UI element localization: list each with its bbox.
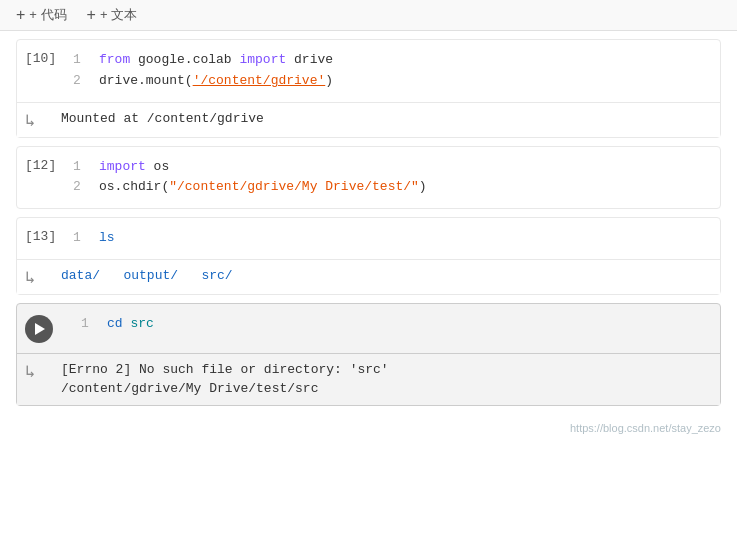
keyword-import: import (99, 159, 146, 174)
cell-code-area: [13] 1 ls (17, 218, 720, 259)
cell-12: [12] 1 import os 2 os.chdir("/content/gd… (16, 146, 721, 210)
line-num: 1 (73, 157, 91, 178)
code-content-12: 1 import os 2 os.chdir("/content/gdrive/… (73, 157, 712, 199)
watermark: https://blog.csdn.net/stay_zezo (0, 414, 737, 438)
dir-data: data/ (61, 268, 100, 283)
output-row-13: ↳ data/ output/ src/ (17, 259, 720, 294)
dir-output: output/ (123, 268, 178, 283)
add-text-button[interactable]: + + 文本 (87, 6, 138, 24)
code-content-run: 1 cd src (73, 314, 712, 335)
output-arrow-icon: ↳ (25, 109, 53, 131)
code-line: 1 from google.colab import drive (73, 50, 712, 71)
keyword-import: import (239, 52, 286, 67)
line-num: 1 (73, 50, 91, 71)
output-text-run: [Errno 2] No such file or directory: 'sr… (61, 360, 389, 399)
output-text-13: data/ output/ src/ (61, 266, 233, 286)
cell-13: [13] 1 ls ↳ data/ output/ src/ (16, 217, 721, 295)
string-literal: "/content/gdrive/My Drive/test/" (169, 179, 419, 194)
code-line: 1 cd src (81, 314, 712, 335)
output-row-10: ↳ Mounted at /content/gdrive (17, 102, 720, 137)
play-icon (35, 323, 45, 335)
cell-run: 1 cd src ↳ [Errno 2] No such file or dir… (16, 303, 721, 406)
output-text-10: Mounted at /content/gdrive (61, 109, 264, 129)
code-content-13: 1 ls (73, 228, 712, 249)
add-code-button[interactable]: + + 代码 (16, 6, 67, 24)
run-button[interactable] (25, 315, 53, 343)
cell-10: [10] 1 from google.colab import drive 2 … (16, 39, 721, 138)
line-num: 1 (81, 314, 99, 335)
cell-code-area: [10] 1 from google.colab import drive 2 … (17, 40, 720, 102)
code-line: 2 drive.mount('/content/gdrive') (73, 71, 712, 92)
output-arrow-icon: ↳ (25, 266, 53, 288)
cell-label-run (25, 314, 73, 343)
arg-src: src (130, 316, 153, 331)
code-line: 2 os.chdir("/content/gdrive/My Drive/tes… (73, 177, 712, 198)
cell-code-run-area: 1 cd src (17, 304, 720, 353)
top-bar: + + 代码 + + 文本 (0, 0, 737, 31)
output-row-run: ↳ [Errno 2] No such file or directory: '… (17, 353, 720, 405)
cmd-cd: cd (107, 316, 123, 331)
cell-label-10: [10] (25, 50, 73, 66)
code-line: 1 ls (73, 228, 712, 249)
dir-src: src/ (201, 268, 232, 283)
cell-code-area: [12] 1 import os 2 os.chdir("/content/gd… (17, 147, 720, 209)
string-literal: '/content/gdrive' (193, 73, 326, 88)
notebook-body: [10] 1 from google.colab import drive 2 … (0, 39, 737, 406)
cell-label-12: [12] (25, 157, 73, 173)
line-num: 2 (73, 71, 91, 92)
cell-label-13: [13] (25, 228, 73, 244)
code-line: 1 import os (73, 157, 712, 178)
cmd-ls: ls (99, 230, 115, 245)
line-num: 1 (73, 228, 91, 249)
keyword-from: from (99, 52, 130, 67)
output-arrow-icon: ↳ (25, 360, 53, 382)
line-num: 2 (73, 177, 91, 198)
code-content-10: 1 from google.colab import drive 2 drive… (73, 50, 712, 92)
